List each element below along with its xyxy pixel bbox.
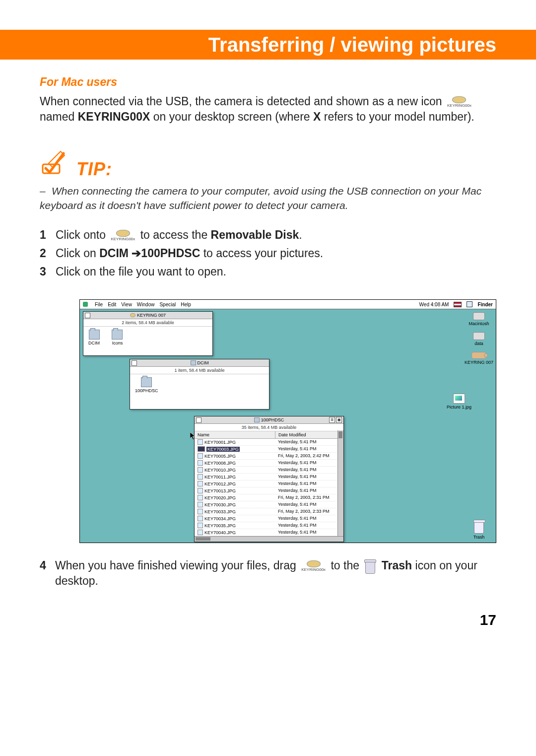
horizontal-scrollbar <box>195 536 343 542</box>
menu-edit: Edit <box>108 302 116 307</box>
step-number: 4 <box>40 558 48 573</box>
desktop-icon-picture: Picture 1.jpg <box>444 394 474 410</box>
mac-menubar: File Edit View Window Special Help Wed 4… <box>80 300 496 309</box>
steps-list: 1 Click onto KEYRING00x to access the Re… <box>40 227 496 279</box>
pencil-check-icon <box>40 149 67 181</box>
keyring-disk-icon: KEYRING00x <box>447 96 471 108</box>
desktop-icon-label: Picture 1.jpg <box>444 405 474 410</box>
menu-view: View <box>121 302 132 307</box>
file-name: KEY70011.JPG <box>204 475 236 480</box>
folder-dcim: DCIM <box>88 330 100 345</box>
file-row: KEY70003.JPGYesterday, 5:41 PM <box>195 446 338 453</box>
file-list: KEY70001.JPGYesterday, 5:41 PMKEY70003.J… <box>195 439 343 536</box>
desktop-icon-label: KEYRING 007 <box>464 360 494 365</box>
file-icon <box>198 516 203 521</box>
menu-file: File <box>95 302 103 307</box>
intro-part2e: refers to your model number). <box>321 110 474 123</box>
file-icon <box>198 474 203 480</box>
file-name: KEY70008.JPG <box>204 461 236 466</box>
file-icon <box>198 509 203 514</box>
step-number: 1 <box>40 227 49 243</box>
file-name: KEY70003.JPG <box>206 447 240 452</box>
file-row: KEY70008.JPGYesterday, 5:41 PM <box>195 460 338 467</box>
window-status: 1 item, 58.4 MB available <box>130 367 269 374</box>
intro-keyword: KEYRING00X <box>78 110 150 123</box>
file-name: KEY70005.JPG <box>204 454 236 459</box>
step-2-post: to access your pictures. <box>200 247 323 260</box>
file-date: Fri, May 2, 2003, 2:42 PM <box>275 453 338 459</box>
file-date: Yesterday, 5:41 PM <box>275 529 338 536</box>
menubar-clock: Wed 4:08 AM <box>419 302 449 307</box>
file-date: Yesterday, 5:41 PM <box>275 487 338 494</box>
desktop-icon-trash: Trash <box>464 522 494 540</box>
section-subhead: For Mac users <box>40 74 496 90</box>
folder-label: DCIM <box>88 341 100 345</box>
file-row: KEY70030.JPGYesterday, 5:41 PM <box>195 501 338 508</box>
step-1-post: . <box>299 228 302 241</box>
header-bar: Transferring / viewing pictures <box>0 30 536 60</box>
file-name: KEY70013.JPG <box>204 488 236 493</box>
trash-icon <box>364 559 376 573</box>
step4-block: 4 When you have finished viewing your fi… <box>0 558 536 589</box>
tip-text-body: When connecting the camera to your compu… <box>40 185 481 210</box>
file-name: KEY70020.JPG <box>204 495 236 500</box>
window-keyring: KEYRING 007 2 items, 58.4 MB available D… <box>83 311 213 356</box>
file-icon <box>198 446 205 452</box>
step-3-text: Click on the file you want to open. <box>56 264 226 279</box>
finder-label: Finder <box>477 302 493 307</box>
file-name: KEY70033.JPG <box>204 509 236 514</box>
file-row: KEY70011.JPGYesterday, 5:41 PM <box>195 474 338 481</box>
step-1-bold: Removable Disk <box>211 228 299 241</box>
disk-icon <box>130 313 135 317</box>
file-row: KEY70034.JPGYesterday, 5:41 PM <box>195 515 338 522</box>
file-row: KEY70012.JPGYesterday, 5:41 PM <box>195 481 338 487</box>
intro-x: X <box>313 110 321 123</box>
file-row: KEY70040.JPGYesterday, 5:41 PM <box>195 529 338 536</box>
window-title: 100PHDSC <box>261 417 284 422</box>
col-name: Name <box>195 431 275 438</box>
file-date: Yesterday, 5:41 PM <box>275 439 338 445</box>
close-icon <box>85 313 90 318</box>
window-title: KEYRING 007 <box>137 313 166 318</box>
keyring-disk-icon: KEYRING00x <box>301 560 326 572</box>
intro-part1: When connected via the USB, the camera i… <box>40 95 442 108</box>
file-icon <box>198 460 203 466</box>
step-4: 4 When you have finished viewing your fi… <box>40 558 496 589</box>
window-title: DCIM <box>198 360 209 365</box>
file-icon <box>198 467 203 473</box>
file-date: Yesterday, 5:41 PM <box>275 481 338 487</box>
tip-label: TIP: <box>76 157 112 182</box>
window-titlebar: KEYRING 007 <box>83 312 212 319</box>
mac-screenshot: File Edit View Window Special Help Wed 4… <box>79 299 496 543</box>
cursor-icon <box>190 432 196 442</box>
file-name: KEY70040.JPG <box>204 530 236 535</box>
vertical-scrollbar <box>337 430 343 537</box>
folder-icon <box>191 360 196 365</box>
file-name: KEY70035.JPG <box>204 523 236 528</box>
finder-icon <box>467 301 472 307</box>
window-status: 2 items, 58.4 MB available <box>83 319 212 327</box>
file-date: Yesterday, 5:41 PM <box>275 501 338 508</box>
file-row: KEY70035.JPGYesterday, 5:41 PM <box>195 522 338 529</box>
file-icon <box>198 481 203 486</box>
file-date: Yesterday, 5:41 PM <box>275 467 338 473</box>
page-title: Transferring / viewing pictures <box>208 34 496 56</box>
view-mode-buttons: ☰▦ <box>329 417 342 423</box>
file-date: Yesterday, 5:41 PM <box>275 460 338 466</box>
window-100phdsc: 100PHDSC ☰▦ 35 items, 58.4 MB available … <box>194 416 344 542</box>
step-3: 3 Click on the file you want to open. <box>40 264 496 279</box>
file-date: Yesterday, 5:41 PM <box>275 474 338 480</box>
file-row: KEY70010.JPGYesterday, 5:41 PM <box>195 467 338 474</box>
step-4-pre: When you have finished viewing your file… <box>55 559 296 572</box>
content: For Mac users When connected via the USB… <box>0 74 536 279</box>
tip-text: –When connecting the camera to your comp… <box>40 184 496 212</box>
step-1-mid: to access the <box>140 228 211 241</box>
file-row: KEY70033.JPGFri, May 2, 2003, 2:33 PM <box>195 508 338 515</box>
step-2-bold: DCIM ➔100PHDSC <box>99 247 200 260</box>
step-4-mid: to the <box>331 559 359 572</box>
folder-icons: Icons <box>112 330 123 345</box>
file-name: KEY70034.JPG <box>204 516 236 521</box>
folder-icon <box>254 417 260 422</box>
step-2-pre: Click on <box>56 247 99 260</box>
file-date: Fri, May 2, 2003, 2:31 PM <box>275 494 338 501</box>
